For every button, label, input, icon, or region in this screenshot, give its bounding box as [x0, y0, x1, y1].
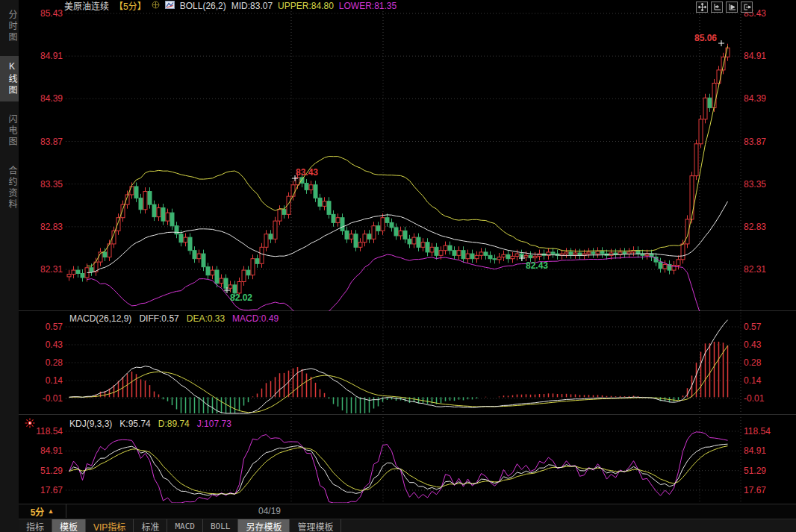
price-axis-label: 83.87	[744, 137, 766, 147]
sidebar-item-active[interactable]: K线图	[0, 56, 19, 101]
macd-macd-value: MACD:0.49	[232, 313, 279, 324]
price-axis-label: 51.29	[744, 466, 766, 476]
box-arrow-right-icon[interactable]	[741, 1, 753, 13]
date-axis-row: 5分 ▲ 04/19	[19, 504, 796, 518]
chart-toolbar	[696, 1, 753, 13]
period-label[interactable]: 【5分】	[114, 0, 146, 12]
price-axis-label: 0.43	[21, 339, 63, 350]
sun-indicator-icon[interactable]	[25, 418, 35, 431]
price-axis-label: 85.43	[21, 8, 63, 19]
bottom-tab[interactable]: BOLL	[203, 519, 239, 532]
price-axis-label: 0.14	[21, 375, 63, 386]
axis-arrow-right-icon[interactable]	[726, 1, 738, 13]
candles-group	[67, 44, 730, 298]
price-axis-label: 0.57	[744, 322, 761, 332]
macd-dea-value: DEA:0.33	[187, 313, 225, 324]
bottom-tab[interactable]: 管理模板	[290, 519, 341, 532]
price-axis-label: 83.35	[744, 179, 766, 190]
price-axis-label: 84.91	[744, 445, 766, 456]
bottom-tabbar: 指标模板VIP指标标准MACDBOLL另存模板管理模板	[19, 519, 796, 532]
boll-mid-value: MID:83.07	[231, 1, 273, 11]
period-selector-label: 5分	[31, 505, 45, 518]
price-axis-label: 17.67	[744, 485, 766, 495]
price-axis-label: 82.31	[21, 264, 63, 275]
sidebar-item-nav[interactable]: 分时图	[0, 4, 19, 48]
kdj-d-value: D:89.74	[158, 419, 190, 429]
price-axis-label: 17.67	[21, 485, 63, 495]
settings-circle-icon[interactable]	[152, 1, 160, 11]
price-axis-label: 84.91	[21, 51, 63, 61]
high-price-annotation: 83.43	[296, 167, 318, 178]
chart-canvas[interactable]	[0, 0, 796, 532]
price-axis-label: 0.43	[744, 339, 761, 350]
x-axis-date-label: 04/19	[258, 506, 281, 516]
price-axis-label: 84.91	[21, 445, 63, 456]
panel-separators	[19, 311, 796, 504]
low-price-annotation: 82.02	[230, 292, 252, 303]
price-axis-label: 0.14	[744, 375, 761, 386]
bottom-tab[interactable]: 指标	[19, 519, 52, 532]
symbol-title: 美原油连续	[64, 0, 109, 12]
price-axis-label: -0.01	[744, 393, 764, 404]
bottom-tab[interactable]: VIP指标	[86, 519, 134, 532]
kdj-k-value: K:95.74	[119, 419, 150, 429]
price-axis-label: -0.01	[21, 393, 63, 404]
price-axis-label: 84.39	[744, 93, 766, 104]
mini-chart-icon[interactable]	[165, 1, 175, 11]
macd-panel-header: MACD(26,12,9) DIFF:0.57 DEA:0.33 MACD:0.…	[69, 313, 279, 324]
boll-lower-value: LOWER:81.35	[339, 1, 397, 11]
macd-panel	[69, 320, 728, 413]
bottom-tab[interactable]: 标准	[134, 519, 167, 532]
price-axis-label: 118.54	[744, 426, 771, 436]
sidebar-item-nav[interactable]: 闪电图	[0, 109, 19, 153]
high-price-annotation: 85.06	[694, 33, 717, 43]
kdj-indicator-label: KDJ(9,3,3)	[69, 419, 112, 429]
kdj-panel	[69, 432, 728, 503]
kdj-panel-header: KDJ(9,3,3) K:95.74 D:89.74 J:107.73	[69, 419, 231, 429]
bottom-tab[interactable]: 模板	[52, 519, 86, 532]
bollinger-bands	[87, 46, 728, 357]
low-price-annotation: 82.43	[526, 260, 548, 271]
macd-indicator-label: MACD(26,12,9)	[69, 313, 131, 324]
price-axis-label: 82.83	[744, 222, 766, 232]
period-selector[interactable]: 5分 ▲	[19, 504, 66, 518]
move-tool-icon[interactable]	[696, 1, 708, 13]
boll-upper-value: UPPER:84.80	[278, 1, 334, 11]
bottom-tab[interactable]: MACD	[167, 519, 203, 532]
price-axis-label: 83.35	[21, 179, 63, 190]
price-axis-label: 51.29	[21, 466, 63, 476]
price-axis-label: 82.31	[744, 264, 766, 275]
boll-indicator-label: BOLL(26,2)	[180, 1, 226, 11]
kdj-j-value: J:107.73	[197, 419, 231, 429]
price-axis-label: 84.91	[744, 51, 766, 61]
sidebar-item-nav[interactable]: 合约资料	[0, 160, 19, 216]
price-axis-label: 83.87	[21, 137, 63, 147]
period-dropup-icon: ▲	[47, 507, 54, 515]
price-axis-label: 82.83	[21, 222, 63, 232]
price-axis-label: 0.28	[21, 357, 63, 368]
axis-arrow-left-icon[interactable]	[711, 1, 723, 13]
trading-app-window: 分时图K线图闪电图合约资料 美原油连续 【5分】 BOLL(26,2) MID:…	[0, 0, 796, 532]
sidebar: 分时图K线图闪电图合约资料	[0, 0, 19, 532]
macd-diff-value: DIFF:0.57	[139, 313, 178, 324]
chart-header: 美原油连续 【5分】 BOLL(26,2) MID:83.07 UPPER:84…	[64, 0, 397, 11]
price-axis-label: 0.57	[21, 322, 63, 332]
bottom-tab[interactable]: 另存模板	[238, 519, 290, 532]
price-axis-label: 0.28	[744, 357, 761, 368]
price-axis-label: 84.39	[21, 93, 63, 104]
